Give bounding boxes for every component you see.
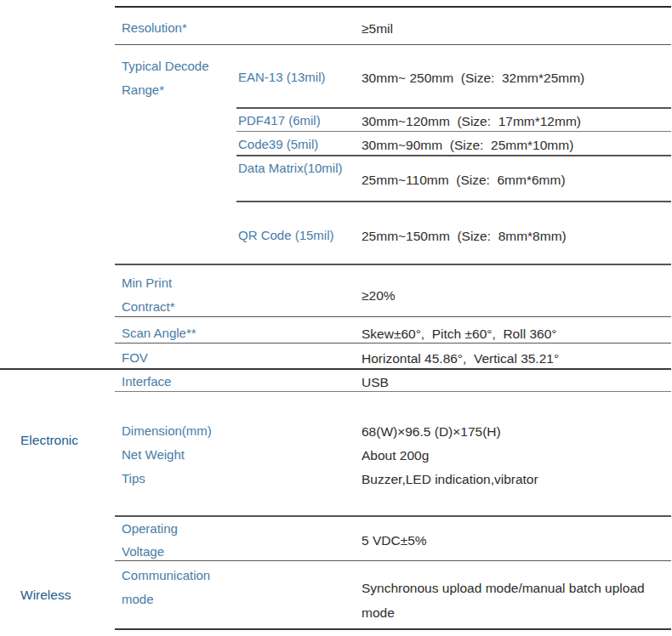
section-label-electronic: Electronic (20, 433, 78, 448)
row-label-operating-voltage: Operating Voltage (122, 517, 207, 563)
value-pdf417-range: 30mm~120mm (Size: 17mm*12mm) (362, 109, 581, 133)
spec-table: Electronic Wireless Resolution* Typical … (0, 0, 672, 636)
value-resolution: ≥5mil (362, 16, 393, 41)
row-label-resolution: Resolution* (122, 16, 187, 40)
row-label-tips: Tips (122, 467, 145, 491)
divider-top (115, 6, 671, 8)
value-datamatrix-range: 25mm~110mm (Size: 6mm*6mm) (362, 168, 566, 192)
row-label-fov: FOV (122, 346, 148, 370)
decode-type-pdf417: PDF417 (6mil) (238, 109, 321, 133)
row-label-dimension: Dimension(mm) (122, 419, 212, 443)
value-net-weight: About 200g (362, 443, 429, 468)
divider-below-interface (115, 391, 671, 392)
value-interface: USB (362, 370, 389, 395)
divider-below-resolution (115, 44, 671, 45)
value-min-print-contract: ≥20% (362, 283, 396, 308)
row-label-decode-range: Typical Decode Range* (122, 54, 228, 102)
row-label-min-print-contract: Min Print Contract* (122, 271, 219, 319)
value-dimension: 68(W)×96.5 (D)×175(H) (362, 419, 501, 444)
value-code39-range: 30mm~90mm (Size: 25mm*10mm) (362, 133, 573, 157)
value-operating-voltage: 5 VDC±5% (362, 528, 427, 553)
decode-type-datamatrix: Data Matrix(10mil) (238, 156, 345, 180)
divider-bottom (115, 628, 671, 630)
row-label-communication-mode: Communication mode (122, 564, 241, 611)
decode-type-ean13: EAN-13 (13mil) (238, 65, 326, 89)
row-label-net-weight: Net Weight (122, 443, 185, 467)
decode-type-qrcode: QR Code (15mil) (238, 224, 334, 247)
value-communication-mode: Synchronous upload mode/manual batch upl… (362, 576, 663, 625)
value-tips: Buzzer,LED indication,vibrator (362, 467, 538, 491)
value-scan-angle: Skew±60°, Pitch ±60°, Roll 360° (362, 321, 556, 346)
value-qrcode-range: 25mm~150mm (Size: 8mm*8mm) (362, 224, 567, 248)
value-ean13-range: 30mm~ 250mm (Size: 32mm*25mm) (362, 65, 584, 90)
decode-type-code39: Code39 (5mil) (238, 133, 318, 156)
divider-below-qrcode (115, 264, 671, 265)
divider-section-electronic (0, 368, 671, 370)
value-fov: Horizontal 45.86°, Vertical 35.21° (362, 346, 559, 371)
divider-below-datamatrix (236, 201, 671, 202)
row-label-scan-angle: Scan Angle** (122, 321, 196, 345)
section-label-wireless: Wireless (20, 588, 71, 603)
row-label-interface: Interface (122, 370, 171, 394)
